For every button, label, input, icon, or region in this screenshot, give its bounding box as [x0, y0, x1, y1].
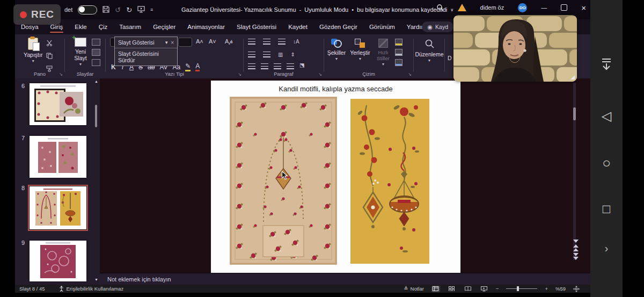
thumbnail-item-6[interactable]: 6 — [15, 82, 100, 131]
android-back-icon[interactable]: ◁ — [602, 108, 611, 124]
next-slide-button[interactable] — [573, 253, 579, 260]
font-color-icon[interactable]: A — [195, 62, 200, 71]
tab-gecisler[interactable]: Geçişler — [147, 19, 181, 34]
android-home-icon[interactable]: ○ — [602, 155, 611, 171]
align-right-icon[interactable] — [274, 63, 281, 69]
tab-animasyonlar[interactable]: Animasyonlar — [181, 19, 231, 34]
new-slide-button[interactable]: Yeni Slayt ▼ — [68, 38, 93, 66]
slide-canvas[interactable]: Kandil motifli, kalıpla yazma seccade — [211, 81, 460, 273]
clipboard-dialog-launcher[interactable]: ↘ — [59, 72, 63, 77]
normal-view-button[interactable] — [431, 286, 440, 292]
tab-tasarim[interactable]: Tasarım — [113, 19, 147, 34]
zoom-in-button[interactable]: + — [545, 286, 548, 292]
recorder-overlay-close-icon[interactable]: × — [171, 40, 174, 46]
thumbnail-image-8[interactable] — [30, 186, 86, 229]
recorder-overlay-caret-icon[interactable]: ▼ — [164, 40, 169, 45]
fit-slide-to-window-button[interactable] — [573, 286, 580, 292]
quick-styles-button[interactable]: Hızlı Stiller ▼ — [374, 39, 393, 66]
webcam-resize-handle[interactable] — [570, 75, 575, 79]
slide-title[interactable]: Kandil motifli, kalıpla yazma seccade — [211, 85, 460, 93]
font-dialog-launcher[interactable]: ↘ — [238, 72, 241, 77]
warning-icon[interactable] — [458, 4, 466, 11]
bullets-icon[interactable] — [248, 39, 255, 45]
slide-image-kandil[interactable] — [350, 99, 429, 266]
thumbnail-item-9[interactable]: 9 — [15, 238, 100, 287]
justify-icon[interactable] — [287, 63, 294, 69]
align-center-icon[interactable] — [261, 63, 268, 69]
thumbnail-item-8-selected[interactable]: 8 — [15, 184, 100, 234]
tab-ciz[interactable]: Çiz — [93, 19, 114, 34]
maximize-button[interactable] — [561, 4, 567, 11]
shapes-button[interactable]: Şekiller ▼ — [325, 39, 348, 60]
tab-ekle[interactable]: Ekle — [69, 19, 92, 34]
redo-icon[interactable]: ↻ — [126, 6, 132, 13]
collapse-toolbar-icon[interactable] — [601, 58, 612, 73]
thumbnail-image-6[interactable] — [30, 83, 86, 125]
slideshow-view-button[interactable] — [480, 286, 488, 292]
save-location-status[interactable]: bu bilgisayar konumuna kaydedildi — [357, 6, 447, 13]
nav-expand-chevron-icon[interactable]: › — [605, 242, 609, 255]
grow-font-icon[interactable]: A˄ — [196, 38, 203, 45]
search-icon[interactable] — [436, 4, 444, 11]
notes-placeholder[interactable]: Not eklemek için tıklayın — [107, 276, 171, 282]
thumbnail-image-9[interactable] — [30, 241, 86, 281]
font-size-input[interactable] — [178, 38, 192, 47]
webcam-video-overlay[interactable] — [453, 15, 577, 82]
screen-recorder-overlay[interactable]: Slayt Gösterisi ▼ × Slayt Gösterisini Sü… — [114, 37, 178, 66]
zoom-level[interactable]: %59 — [555, 286, 566, 292]
line-spacing-icon[interactable]: ↕A — [293, 39, 299, 45]
notes-toggle-button[interactable]: ≜ Notlar — [404, 286, 424, 292]
shape-effects-icon[interactable] — [395, 59, 402, 66]
drawing-dialog-launcher[interactable]: ↘ — [408, 72, 412, 77]
zoom-slider-thumb[interactable] — [517, 286, 519, 291]
columns-icon[interactable]: ▥ — [278, 52, 283, 57]
slide-sorter-view-button[interactable] — [448, 286, 456, 292]
align-left-icon[interactable] — [248, 63, 255, 69]
thumbnail-item-7[interactable]: 7 — [15, 134, 100, 183]
thumbnail-scroll-down-icon[interactable]: ▼ — [94, 278, 98, 281]
android-recents-icon[interactable]: □ — [603, 201, 611, 216]
notes-pane[interactable]: Not eklemek için tıklayın — [100, 273, 590, 285]
tab-kaydet[interactable]: Kaydet — [282, 19, 313, 34]
editing-button[interactable]: Düzenleme ▼ — [415, 39, 444, 62]
numbering-icon[interactable] — [263, 39, 270, 45]
reading-view-button[interactable] — [464, 286, 472, 292]
recorder-overlay-header[interactable]: Slayt Gösterisi ▼ × — [115, 37, 177, 48]
tab-slayt-gosterisi[interactable]: Slayt Gösterisi — [231, 19, 282, 34]
avatar[interactable]: DO — [518, 3, 527, 12]
minimize-button[interactable]: — — [541, 4, 547, 11]
clear-formatting-icon[interactable]: A𝓅 — [225, 38, 233, 45]
close-button[interactable]: × — [581, 3, 586, 12]
editor-scrollbar-thumb[interactable] — [573, 107, 576, 120]
customize-toolbar-icon[interactable]: ≡ — [150, 8, 153, 12]
slide-layout-icon[interactable] — [92, 39, 100, 46]
thumbnail-image-7[interactable] — [30, 136, 86, 178]
reset-slide-icon[interactable] — [92, 49, 100, 56]
dictate-label-fragment[interactable]: D — [448, 55, 452, 61]
multilevel-list-icon[interactable] — [278, 39, 286, 45]
increase-indent-icon[interactable] — [263, 52, 270, 57]
paste-button[interactable]: Yapıştır ▼ — [24, 38, 42, 62]
paragraph-dialog-launcher[interactable]: ↘ — [318, 72, 322, 77]
section-icon[interactable] — [92, 59, 100, 66]
previous-slide-button[interactable] — [573, 244, 579, 251]
highlight-color-icon[interactable]: ✎ — [185, 62, 191, 71]
recorder-resume-item[interactable]: Slayt Gösterisini Sürdür — [115, 48, 177, 66]
tab-gozden-gecir[interactable]: Gözden Geçir — [313, 19, 363, 34]
shape-fill-icon[interactable] — [395, 39, 402, 46]
align-text-icon[interactable]: ⇕ — [290, 52, 295, 57]
zoom-slider[interactable] — [506, 288, 537, 289]
user-name[interactable]: didem öz — [480, 4, 504, 11]
save-icon[interactable] — [103, 6, 109, 14]
tab-gorunum[interactable]: Görünüm — [363, 19, 401, 34]
start-slideshow-icon[interactable] — [137, 6, 145, 14]
smartart-convert-icon[interactable]: ⬔ — [299, 62, 304, 69]
arrange-button[interactable]: Yerleştir ▼ — [348, 39, 372, 60]
scroll-down-icon[interactable] — [573, 240, 579, 243]
accessibility-status[interactable]: Erişilebilirlik Kullanılamaz — [59, 286, 124, 292]
copy-icon[interactable] — [46, 52, 53, 61]
autosave-toggle[interactable] — [78, 5, 97, 15]
cut-icon[interactable] — [46, 39, 53, 48]
shape-outline-icon[interactable] — [395, 49, 402, 56]
shrink-font-icon[interactable]: A˅ — [209, 38, 216, 45]
